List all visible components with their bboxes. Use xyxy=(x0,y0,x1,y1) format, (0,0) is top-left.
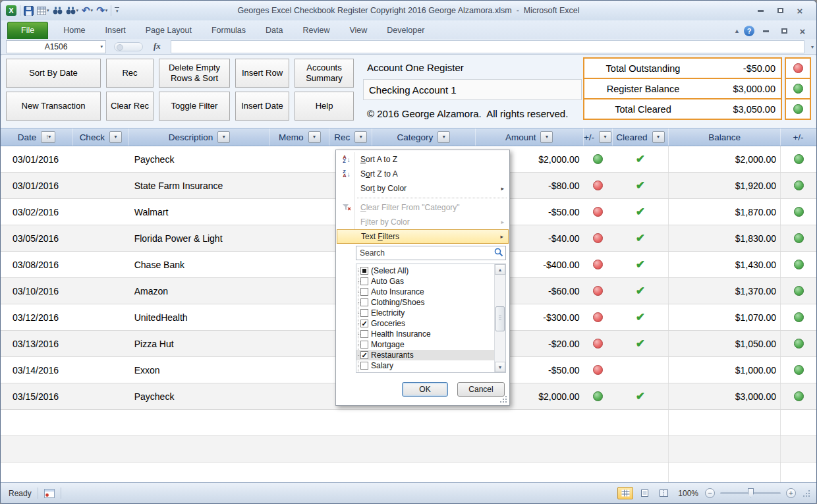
macro-record-icon[interactable] xyxy=(44,489,55,498)
cell-memo[interactable] xyxy=(270,173,329,198)
cell-balance[interactable]: $3,000.00 xyxy=(669,383,781,409)
menu-item-text-filters[interactable]: Text Filters▸ xyxy=(337,229,509,244)
cell-memo[interactable] xyxy=(270,331,329,356)
filter-button-rec[interactable]: ▾ xyxy=(354,131,367,143)
empty-cell[interactable] xyxy=(1,410,73,435)
search-icon[interactable] xyxy=(494,248,503,259)
empty-cell[interactable] xyxy=(584,436,613,462)
tab-data[interactable]: Data xyxy=(256,22,293,39)
empty-cell[interactable] xyxy=(270,462,329,482)
cell-balance[interactable]: $2,000.00 xyxy=(669,146,781,172)
tab-view[interactable]: View xyxy=(339,22,377,39)
cell-check[interactable] xyxy=(73,278,129,304)
workbook-close-button[interactable]: × xyxy=(795,26,810,36)
filter-button-7[interactable]: ▾ xyxy=(599,131,611,143)
checkbox-unchecked-icon[interactable] xyxy=(360,277,368,285)
cell-memo[interactable] xyxy=(270,199,329,225)
empty-cell[interactable] xyxy=(612,410,669,435)
empty-cell[interactable] xyxy=(1,462,73,482)
empty-cell[interactable] xyxy=(329,462,372,482)
cell-cleared[interactable]: ✔ xyxy=(612,252,669,277)
insert-function-icon[interactable]: fx xyxy=(154,41,161,51)
scroll-up-icon[interactable]: ▲ xyxy=(495,264,505,275)
cell-cleared[interactable]: ✔ xyxy=(612,278,669,304)
filter-option-auto-gas[interactable]: Auto Gas xyxy=(356,276,494,287)
cell-cleared[interactable]: ✔ xyxy=(612,331,669,356)
filter-search-input[interactable] xyxy=(356,246,506,260)
ok-button[interactable]: OK xyxy=(402,382,448,397)
menu-item-sort-by-color[interactable]: Sort by Color▸ xyxy=(337,181,509,196)
cell-balance[interactable]: $1,050.00 xyxy=(669,331,781,356)
menu-item-sort-a-to-z[interactable]: AZ↓Sort A to Z xyxy=(337,152,509,167)
cell-check[interactable] xyxy=(73,383,129,409)
cell-description[interactable]: Amazon xyxy=(129,278,271,304)
tab-developer[interactable]: Developer xyxy=(377,22,434,39)
cell-check[interactable] xyxy=(73,199,129,225)
cell-description[interactable]: State Farm Insurance xyxy=(129,173,271,198)
cell-date[interactable]: 03/01/2016 xyxy=(1,173,73,198)
zoom-out-button[interactable]: − xyxy=(705,488,715,498)
cell-description[interactable]: Walmart xyxy=(129,199,271,225)
cell-description[interactable]: UnitedHealth xyxy=(129,304,271,330)
cancel-button[interactable]: Cancel xyxy=(457,382,505,397)
cell-balance[interactable]: $1,870.00 xyxy=(669,199,781,225)
accounts-summary-button[interactable]: Accounts Summary xyxy=(295,59,354,88)
empty-cell[interactable] xyxy=(73,462,129,482)
filter-button-check[interactable]: ▾ xyxy=(109,131,122,143)
empty-cell[interactable] xyxy=(584,410,613,435)
empty-cell[interactable] xyxy=(1,436,73,462)
cell-cleared[interactable] xyxy=(612,357,669,383)
cell-check[interactable] xyxy=(73,304,129,330)
menu-item-sort-z-to-a[interactable]: ZA↓Sort Z to A xyxy=(337,167,509,181)
empty-cell[interactable] xyxy=(476,462,584,482)
empty-cell[interactable] xyxy=(372,410,476,435)
checkbox-unchecked-icon[interactable] xyxy=(360,341,368,349)
minimize-ribbon-icon[interactable]: ▲ xyxy=(734,28,740,34)
filter-option-electricity[interactable]: Electricity xyxy=(356,308,494,318)
cell-memo[interactable] xyxy=(270,357,329,383)
cell-balance[interactable]: $1,830.00 xyxy=(669,225,781,251)
empty-cell[interactable] xyxy=(329,436,372,462)
filter-option-salary[interactable]: Salary xyxy=(356,360,494,371)
save-icon[interactable] xyxy=(24,6,34,16)
empty-cell[interactable] xyxy=(669,410,781,435)
zoom-slider[interactable] xyxy=(720,492,781,494)
checkbox-unchecked-icon[interactable] xyxy=(360,288,368,296)
filter-button-cleared[interactable]: ▾ xyxy=(652,131,665,143)
cell-date[interactable]: 03/12/2016 xyxy=(1,304,73,330)
workbook-minimize-button[interactable] xyxy=(758,26,773,36)
filter-button-category[interactable]: ▾ xyxy=(437,131,450,143)
cell-date[interactable]: 03/01/2016 xyxy=(1,146,73,172)
checkbox-unchecked-icon[interactable] xyxy=(360,309,368,317)
cell-memo[interactable] xyxy=(270,304,329,330)
scroll-thumb[interactable] xyxy=(495,306,505,331)
filter-button-description[interactable]: ▾ xyxy=(217,131,230,143)
cell-check[interactable] xyxy=(73,225,129,251)
empty-cell[interactable] xyxy=(73,436,129,462)
sort-by-date-button[interactable]: Sort By Date xyxy=(6,59,101,88)
zoom-level-button[interactable]: 100% xyxy=(678,489,698,498)
list-scrollbar[interactable]: ▲ ▼ xyxy=(494,264,505,372)
cell-date[interactable]: 03/15/2016 xyxy=(1,383,73,409)
empty-cell[interactable] xyxy=(612,436,669,462)
cell-date[interactable]: 03/08/2016 xyxy=(1,252,73,277)
page-layout-view-button[interactable] xyxy=(636,487,652,499)
chevron-down-icon[interactable]: ▾ xyxy=(100,44,103,49)
cell-memo[interactable] xyxy=(270,146,329,172)
customize-qat-icon[interactable]: ▾ xyxy=(115,7,119,14)
excel-logo-icon[interactable]: X xyxy=(6,5,16,16)
tab-formulas[interactable]: Formulas xyxy=(202,22,256,39)
empty-cell[interactable] xyxy=(669,436,781,462)
minimize-button[interactable] xyxy=(750,5,770,17)
redo-icon[interactable]: ↷▾ xyxy=(96,6,107,15)
checkbox-unchecked-icon[interactable] xyxy=(360,372,368,373)
cell-date[interactable]: 03/10/2016 xyxy=(1,278,73,304)
cell-date[interactable]: 03/02/2016 xyxy=(1,199,73,225)
cell-memo[interactable] xyxy=(270,278,329,304)
zoom-in-button[interactable]: + xyxy=(786,488,796,498)
filter-option-select-all[interactable]: (Select All) xyxy=(356,266,494,276)
help-button[interactable]: Help xyxy=(295,92,354,121)
filter-button-amount[interactable]: ▾ xyxy=(540,131,553,143)
cell-balance[interactable]: $1,920.00 xyxy=(669,173,781,198)
checkbox-checked-icon[interactable] xyxy=(360,320,368,327)
